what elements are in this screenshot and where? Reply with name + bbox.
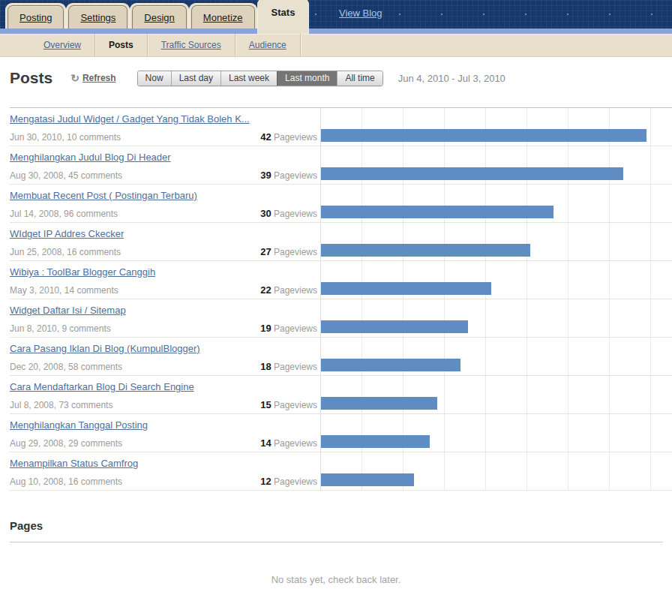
tab-settings[interactable]: Settings (68, 5, 128, 29)
pageviews-label: Pageviews (274, 285, 317, 296)
post-title-link[interactable]: Membuat Recent Post ( Postingan Terbaru) (10, 190, 197, 201)
post-pageviews: 19 Pageviews (260, 323, 317, 334)
post-date-comments: Dec 20, 2008, 58 comments (10, 362, 122, 372)
stats-content: Posts ↻ Refresh NowLast dayLast weekLast… (0, 68, 672, 585)
pageviews-count: 30 (260, 208, 271, 219)
tab-label: Settings (80, 12, 116, 23)
post-info: Cara Pasang Iklan Di Blog (KumpulBlogger… (10, 338, 320, 375)
posts-header: Posts ↻ Refresh NowLast dayLast weekLast… (10, 68, 672, 88)
post-info: WIdget IP Addres Ckecker Jun 25, 2008, 1… (10, 223, 320, 260)
subnav-item-overview[interactable]: Overview (30, 34, 95, 56)
time-filter-now[interactable]: Now (138, 71, 171, 86)
posts-pageviews-table: Mengatasi Judul Widget / Gadget Yang Tid… (10, 107, 672, 491)
post-date-comments: Aug 30, 2008, 45 comments (10, 170, 122, 181)
time-filter-group: NowLast dayLast weekLast monthAll time (137, 71, 383, 86)
post-meta: Dec 20, 2008, 58 comments 18 Pageviews (10, 361, 320, 372)
tab-design[interactable]: Design (132, 5, 186, 29)
page-title: Posts (10, 69, 52, 87)
post-info: Menghilangkan Tanggal Posting Aug 29, 20… (10, 414, 320, 452)
post-meta: Jul 8, 2008, 73 comments 15 Pageviews (10, 399, 320, 410)
pageviews-bar (321, 244, 530, 257)
pageviews-bar (321, 435, 430, 448)
post-info: Menampilkan Status Camfrog Aug 10, 2008,… (10, 452, 320, 490)
post-info: Membuat Recent Post ( Postingan Terbaru)… (10, 185, 320, 222)
post-date-comments: Jun 30, 2010, 10 comments (10, 132, 121, 143)
pageviews-bar (321, 359, 460, 371)
time-filter-all-time[interactable]: All time (337, 71, 382, 86)
post-pageviews: 14 Pageviews (260, 437, 317, 449)
post-title-link[interactable]: Cara Pasang Iklan Di Blog (KumpulBlogger… (10, 343, 200, 354)
post-stats-row: Cara Pasang Iklan Di Blog (KumpulBlogger… (10, 338, 672, 376)
pageviews-count: 15 (260, 399, 271, 410)
time-filter-last-week[interactable]: Last week (220, 71, 277, 86)
pages-section-title: Pages (10, 519, 672, 532)
stats-subnav: Overview Posts Traffic Sources Audience (0, 34, 672, 57)
pageviews-chart-cell (320, 146, 672, 184)
post-pageviews: 15 Pageviews (260, 399, 317, 410)
pageviews-label: Pageviews (274, 476, 317, 487)
pageviews-bar (321, 397, 437, 410)
post-info: Cara Mendaftarkan Blog Di Search Engine … (10, 376, 320, 413)
tab-posting[interactable]: Posting (8, 5, 64, 29)
tab-label: Design (144, 12, 174, 23)
tab-label: Monetize (203, 12, 243, 23)
pageviews-label: Pageviews (274, 438, 317, 449)
time-filter-last-day[interactable]: Last day (171, 71, 220, 86)
date-range: Jun 4, 2010 - Jul 3, 2010 (398, 73, 506, 84)
view-blog-link[interactable]: View Blog (339, 8, 382, 19)
subnav-item-posts[interactable]: Posts (95, 34, 148, 56)
post-stats-row: Mengatasi Judul Widget / Gadget Yang Tid… (10, 108, 672, 146)
post-stats-row: WIdget IP Addres Ckecker Jun 25, 2008, 1… (10, 223, 672, 261)
pageviews-bar (321, 473, 414, 486)
post-pageviews: 42 Pageviews (260, 131, 317, 143)
post-stats-row: Menampilkan Status Camfrog Aug 10, 2008,… (10, 452, 672, 491)
subnav-item-label: Traffic Sources (161, 40, 221, 50)
post-pageviews: 18 Pageviews (260, 361, 317, 372)
time-filter-last-month[interactable]: Last month (277, 71, 337, 86)
subnav-item-label: Posts (109, 40, 134, 50)
pageviews-bar (321, 320, 468, 333)
pageviews-label: Pageviews (274, 170, 317, 181)
post-meta: Jun 8, 2010, 9 comments 19 Pageviews (10, 323, 320, 334)
pageviews-chart-cell (320, 108, 672, 146)
post-title-link[interactable]: Menampilkan Status Camfrog (10, 458, 138, 469)
pageviews-count: 22 (260, 284, 271, 296)
pageviews-count: 39 (260, 170, 271, 181)
post-date-comments: Jun 25, 2008, 16 comments (10, 247, 121, 257)
pageviews-count: 14 (260, 437, 271, 449)
pageviews-count: 18 (260, 361, 271, 372)
post-title-link[interactable]: Widget Daftar Isi / Sitemap (10, 305, 126, 316)
tab-monetize[interactable]: Monetize (191, 5, 255, 29)
tab-label: Posting (20, 12, 52, 23)
post-date-comments: Aug 10, 2008, 16 comments (10, 476, 122, 487)
pages-divider (10, 542, 663, 542)
pageviews-count: 27 (260, 246, 271, 257)
pageviews-label: Pageviews (274, 362, 317, 372)
pageviews-chart-cell (320, 376, 672, 413)
post-date-comments: May 3, 2010, 14 comments (10, 285, 118, 296)
subnav-item-traffic-sources[interactable]: Traffic Sources (148, 34, 236, 56)
tab-stats[interactable]: Stats (260, 0, 308, 34)
post-title-link[interactable]: Cara Mendaftarkan Blog Di Search Engine (10, 381, 194, 392)
subnav-item-label: Audience (249, 40, 286, 50)
post-stats-row: Menghilangkan Tanggal Posting Aug 29, 20… (10, 414, 672, 452)
pageviews-bar (321, 129, 646, 142)
post-stats-row: Cara Mendaftarkan Blog Di Search Engine … (10, 376, 672, 414)
refresh-button[interactable]: ↻ Refresh (70, 73, 116, 83)
post-title-link[interactable]: Menghilangkan Judul Blog Di Header (10, 152, 171, 163)
pageviews-chart-cell (320, 414, 672, 452)
pageviews-chart-cell (320, 299, 672, 337)
post-title-link[interactable]: Mengatasi Judul Widget / Gadget Yang Tid… (10, 113, 250, 125)
pageviews-chart-cell (320, 261, 672, 299)
subnav-item-audience[interactable]: Audience (236, 34, 301, 56)
post-meta: Aug 10, 2008, 16 comments 12 Pageviews (10, 476, 320, 487)
post-meta: Aug 30, 2008, 45 comments 39 Pageviews (10, 170, 320, 181)
post-stats-row: Membuat Recent Post ( Postingan Terbaru)… (10, 185, 672, 223)
post-title-link[interactable]: Menghilangkan Tanggal Posting (10, 419, 148, 431)
pages-empty-message: No stats yet, check back later. (0, 574, 672, 585)
post-title-link[interactable]: Wibiya : ToolBar Blogger Canggih (10, 266, 155, 278)
pageviews-bar (321, 167, 623, 180)
refresh-label: Refresh (82, 73, 116, 83)
pageviews-bar (321, 282, 491, 295)
post-title-link[interactable]: WIdget IP Addres Ckecker (10, 228, 124, 239)
